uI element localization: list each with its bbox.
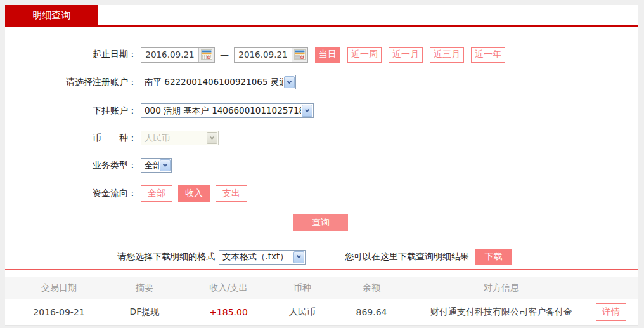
cell-date: 2016-09-21 (5, 307, 113, 317)
header-date: 交易日期 (5, 282, 113, 294)
register-account-label: 请选择注册账户： (5, 77, 137, 88)
cell-counterparty: 财付通支付科技有限公司客户备付金 (419, 306, 584, 318)
quick-range-week-button[interactable]: 近一周 (347, 47, 382, 63)
chevron-down-icon (284, 76, 295, 88)
currency-select: 人民币 (141, 131, 219, 145)
business-type-row: 业务类型： 全部 (5, 158, 172, 173)
query-button[interactable]: 查询 (293, 214, 348, 231)
quick-range-3months-button[interactable]: 近三月 (430, 47, 464, 63)
download-row: 请您选择下载明细的格式 文本格式（.txt） 您可以在这里下载查询明细结果 下载 (117, 249, 512, 265)
fund-flow-income-button[interactable]: 收入 (178, 185, 210, 202)
business-type-select[interactable]: 全部 (141, 158, 172, 173)
sub-account-label: 下挂账户： (5, 105, 137, 117)
register-account-select[interactable]: 南平 6222001406100921065 灵通卡 (141, 75, 296, 89)
table-row: 2016-09-21 DF提现 +185.00 人民币 869.64 财付通支付… (5, 299, 638, 326)
fund-flow-expense-button[interactable]: 支出 (216, 185, 247, 202)
cell-actions: 详情 (584, 303, 638, 321)
quick-range-year-button[interactable]: 近一年 (471, 47, 505, 63)
tab-detail-query[interactable]: 明细查询 (5, 5, 98, 25)
download-format-label: 请您选择下载明细的格式 (117, 251, 215, 263)
download-hint: 您可以在这里下载查询明细结果 (345, 251, 469, 263)
calendar-icon[interactable] (292, 48, 307, 62)
chevron-down-icon (207, 132, 217, 144)
sub-account-value: 000 活期 基本户 1406600101102571848 (141, 105, 301, 117)
start-date-input[interactable]: 2016.09.21 (141, 47, 215, 63)
date-range-row: 起止日期： 2016.09.21 — 2016.09.21 (5, 46, 505, 63)
header-currency: 币种 (281, 282, 324, 294)
download-button[interactable]: 下载 (475, 249, 512, 265)
cell-balance: 869.64 (324, 307, 419, 317)
currency-row: 币 种： 人民币 (5, 131, 219, 145)
currency-value: 人民币 (141, 133, 206, 144)
table-header-row: 交易日期 摘要 收入/支出 币种 余额 对方信息 (5, 277, 638, 299)
end-date-value: 2016.09.21 (235, 49, 292, 60)
register-account-value: 南平 6222001406100921065 灵通卡 (141, 77, 283, 88)
end-date-input[interactable]: 2016.09.21 (234, 47, 308, 63)
sub-account-select[interactable]: 000 活期 基本户 1406600101102571848 (141, 103, 314, 118)
tab-bar: 明细查询 (5, 5, 638, 25)
cell-currency: 人民币 (281, 306, 324, 318)
business-type-value: 全部 (141, 160, 159, 171)
date-range-label: 起止日期： (5, 49, 137, 60)
detail-query-panel: 明细查询 起止日期： 2016.09.21 (5, 5, 638, 326)
cell-amount: +185.00 (176, 307, 281, 317)
header-counterparty: 对方信息 (419, 282, 584, 294)
chevron-down-icon (302, 105, 312, 117)
table-top-rule (5, 269, 638, 270)
fund-flow-all-button[interactable]: 全部 (141, 185, 172, 202)
chevron-down-icon (160, 159, 171, 171)
header-amount: 收入/支出 (176, 282, 281, 294)
quick-range-month-button[interactable]: 近一月 (389, 47, 423, 63)
tab-label: 明细查询 (33, 10, 71, 22)
calendar-icon[interactable] (198, 48, 214, 62)
start-date-value: 2016.09.21 (141, 49, 198, 60)
tab-underline (5, 25, 638, 27)
quick-range-today-button[interactable]: 当日 (315, 47, 340, 63)
business-type-label: 业务类型： (5, 160, 137, 171)
sub-account-row: 下挂账户： 000 活期 基本户 1406600101102571848 (5, 103, 314, 118)
download-format-select[interactable]: 文本格式（.txt） (219, 250, 306, 265)
download-format-value: 文本格式（.txt） (219, 251, 293, 263)
header-summary: 摘要 (113, 282, 176, 294)
results-table: 交易日期 摘要 收入/支出 币种 余额 对方信息 2016-09-21 DF提现… (5, 277, 638, 326)
fund-flow-row: 资金流向： 全部 收入 支出 (5, 185, 253, 202)
detail-button[interactable]: 详情 (596, 303, 626, 321)
currency-label: 币 种： (5, 133, 137, 144)
header-balance: 余额 (324, 282, 419, 294)
fund-flow-label: 资金流向： (5, 188, 137, 199)
cell-summary: DF提现 (113, 306, 176, 318)
chevron-down-icon (293, 251, 304, 263)
date-separator: — (220, 49, 229, 60)
register-account-row: 请选择注册账户： 南平 6222001406100921065 灵通卡 (5, 75, 296, 89)
